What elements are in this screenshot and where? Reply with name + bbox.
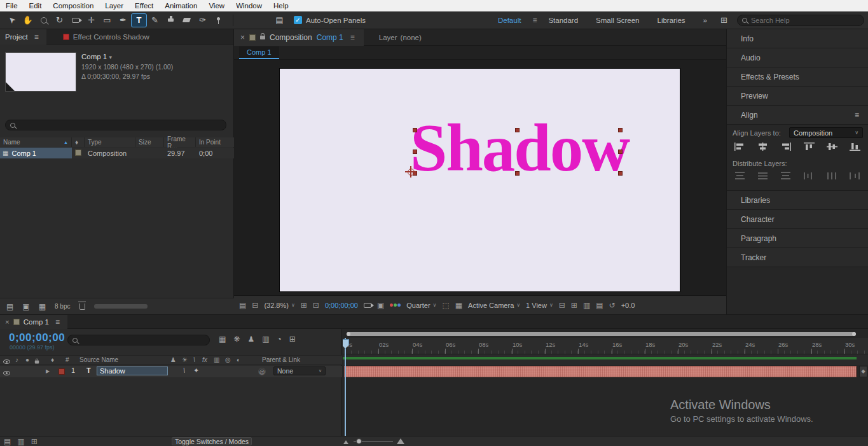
flowchart-icon[interactable]: ▤	[596, 301, 603, 310]
column-frame-rate[interactable]: Frame R...	[164, 137, 196, 147]
tab-composition[interactable]: × Composition Comp 1 ≡	[234, 29, 364, 46]
panel-align[interactable]: Align ≡	[727, 106, 868, 125]
panel-tracker[interactable]: Tracker	[727, 248, 868, 267]
pan-behind-tool[interactable]: ✛	[83, 13, 99, 27]
distribute-vertical-center-icon[interactable]	[757, 172, 768, 180]
panel-paragraph[interactable]: Paragraph	[727, 229, 868, 248]
column-name[interactable]: Name ▲	[0, 137, 72, 147]
source-name-column[interactable]: Source Name	[79, 356, 118, 363]
grid-guides-icon[interactable]: ⊞	[301, 301, 307, 310]
handle-top-left[interactable]	[413, 128, 417, 132]
mask-visibility-icon[interactable]: ⊡	[313, 301, 319, 310]
adjustment-switch-icon[interactable]: ◐	[237, 356, 240, 363]
motion-blur-switch-icon[interactable]: ◎	[225, 356, 231, 363]
parent-link-column[interactable]: Parent & Link	[262, 356, 300, 363]
comp-name-header[interactable]: Comp 1 ▾	[81, 52, 173, 62]
layer-name-box[interactable]: Shadow	[97, 366, 168, 375]
channel-colors-icon[interactable]	[390, 303, 401, 307]
timeline-navigator-bar[interactable]	[347, 332, 856, 336]
delete-icon[interactable]	[79, 303, 85, 310]
layer-quality-icon[interactable]: \	[183, 366, 185, 374]
expand-in-out-icon[interactable]: ⊞	[31, 437, 38, 446]
anchor-point-crosshair[interactable]	[408, 169, 415, 176]
workspace-standard[interactable]: Standard	[539, 17, 587, 24]
layer-visibility-icon[interactable]	[3, 369, 10, 377]
motion-blur-icon[interactable]: ◔	[277, 335, 282, 344]
panel-character[interactable]: Character	[727, 210, 868, 229]
menu-composition[interactable]: Composition	[47, 2, 99, 10]
composition-mini-flowchart-icon[interactable]: ▦	[219, 335, 226, 344]
panel-info[interactable]: Info	[727, 29, 868, 48]
project-search-input[interactable]	[19, 122, 114, 129]
reset-exposure-icon[interactable]: ↺	[609, 301, 616, 310]
tab-effect-controls[interactable]: Effect Controls Shadow	[58, 29, 155, 45]
layer-label-color[interactable]	[59, 368, 65, 376]
column-type[interactable]: Type	[85, 137, 135, 147]
comp-thumbnail[interactable]	[5, 52, 76, 92]
magnification-dropdown[interactable]: (32.8%) ∨	[264, 302, 294, 309]
always-preview-icon[interactable]: ▤	[239, 301, 246, 310]
handle-top-right[interactable]	[618, 128, 623, 132]
auto-open-panels-control[interactable]: ✓ Auto-Open Panels	[294, 16, 366, 24]
current-time-indicator[interactable]	[345, 338, 346, 436]
hand-tool[interactable]: ✋	[20, 13, 36, 27]
rotation-tool[interactable]: ↻	[52, 13, 67, 27]
timeline-tab-comp1[interactable]: × Comp 1 ≡	[0, 315, 67, 329]
toggle-switches-modes-button[interactable]: Toggle Switches / Modes	[172, 437, 252, 445]
hide-shy-layers-icon[interactable]: ♟	[247, 335, 254, 344]
draft-3d-icon[interactable]: ❋	[233, 335, 240, 344]
parent-link-dropdown[interactable]: None ∨	[273, 366, 326, 375]
zoom-out-to-comp-icon[interactable]	[343, 440, 348, 444]
collapse-switch-icon[interactable]: ☀	[182, 356, 188, 363]
frame-blend-switch-icon[interactable]: ▥	[214, 356, 219, 363]
view-layout-dropdown[interactable]: 1 View ∨	[526, 302, 553, 309]
align-top-icon[interactable]	[804, 143, 815, 151]
distribute-horizontal-center-icon[interactable]	[827, 172, 837, 180]
layer-row-shadow[interactable]: ▶ 1 T Shadow \ ✦ @ None ∨	[0, 366, 342, 377]
video-column-icon[interactable]	[3, 358, 10, 365]
workspace-default[interactable]: Default	[489, 17, 530, 24]
align-vertical-center-icon[interactable]	[827, 143, 837, 151]
comp-marker-bin[interactable]: ◆	[859, 366, 867, 377]
lock-column-icon[interactable]	[34, 358, 39, 365]
distribute-bottom-icon[interactable]	[780, 172, 791, 180]
new-folder-icon[interactable]: ▣	[22, 302, 29, 311]
brush-tool[interactable]: ✎	[147, 13, 163, 27]
align-right-icon[interactable]	[780, 143, 791, 151]
clone-stamp-tool[interactable]	[163, 13, 179, 27]
timeline-search-input[interactable]	[81, 337, 177, 344]
menu-view[interactable]: View	[203, 2, 230, 10]
exposure-value[interactable]: +0.0	[621, 302, 635, 309]
align-left-icon[interactable]	[734, 143, 745, 151]
workspace-overflow-icon[interactable]: »	[694, 17, 716, 24]
distribute-top-icon[interactable]	[734, 172, 745, 180]
project-row-comp1[interactable]: ▦ Comp 1 Composition 29.97 0;00	[0, 148, 234, 158]
timeline-button-icon[interactable]: ▥	[583, 301, 590, 310]
selection-tool[interactable]: ➤	[4, 13, 20, 27]
new-composition-icon[interactable]: ▦	[39, 302, 46, 311]
menu-edit[interactable]: Edit	[24, 2, 48, 10]
transparency-grid-icon[interactable]: ▦	[455, 301, 462, 310]
solo-column-icon[interactable]: ●	[25, 356, 29, 363]
close-tab-icon[interactable]: ×	[5, 318, 10, 326]
camera-dropdown[interactable]: Active Camera ∨	[468, 302, 520, 309]
menu-animation[interactable]: Animation	[159, 2, 203, 10]
handle-middle-left[interactable]	[413, 150, 417, 154]
workspace-panel-icon[interactable]: ▤	[272, 13, 287, 27]
auto-open-panels-checkbox[interactable]: ✓	[294, 16, 302, 24]
roto-brush-tool[interactable]: ✑	[195, 13, 210, 27]
project-row-name-cell[interactable]: ▦ Comp 1	[0, 148, 72, 158]
project-horizontal-scrollbar[interactable]	[94, 304, 148, 309]
align-bottom-icon[interactable]	[850, 143, 860, 151]
resolution-dropdown[interactable]: Quarter ∨	[406, 302, 436, 309]
audio-column-icon[interactable]: ♪	[15, 356, 18, 363]
distribute-left-icon[interactable]	[804, 172, 815, 180]
eraser-tool[interactable]	[179, 13, 195, 27]
shy-switch-icon[interactable]: ♟	[170, 356, 176, 363]
menu-effect[interactable]: Effect	[129, 2, 159, 10]
manage-workspaces-icon[interactable]: ⊞	[716, 13, 732, 27]
text-layer-shadow[interactable]: Shadow	[410, 115, 629, 181]
composition-canvas[interactable]: Shadow	[280, 69, 680, 291]
zoom-in-to-frames-icon[interactable]	[397, 438, 404, 444]
parent-pickwhip-icon[interactable]: @	[258, 368, 266, 375]
